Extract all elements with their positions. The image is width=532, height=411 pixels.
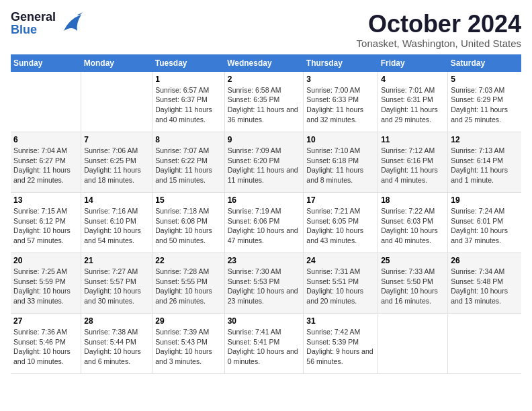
day-cell: 8Sunrise: 7:07 AM Sunset: 6:22 PM Daylig… [152, 132, 224, 193]
day-info: Sunrise: 7:07 AM Sunset: 6:22 PM Dayligh… [155, 146, 221, 185]
header-row: SundayMondayTuesdayWednesdayThursdayFrid… [11, 54, 521, 72]
day-cell: 19Sunrise: 7:24 AM Sunset: 6:01 PM Dayli… [448, 193, 521, 253]
day-cell: 1Sunrise: 6:57 AM Sunset: 6:37 PM Daylig… [152, 72, 224, 132]
day-cell [81, 72, 152, 132]
day-number: 30 [228, 316, 301, 326]
week-row-1: 1Sunrise: 6:57 AM Sunset: 6:37 PM Daylig… [11, 72, 521, 132]
day-cell: 31Sunrise: 7:42 AM Sunset: 5:39 PM Dayli… [304, 314, 378, 374]
day-number: 22 [155, 256, 221, 265]
day-cell: 10Sunrise: 7:10 AM Sunset: 6:18 PM Dayli… [304, 132, 378, 193]
day-info: Sunrise: 7:31 AM Sunset: 5:51 PM Dayligh… [306, 267, 375, 306]
day-number: 4 [381, 75, 445, 84]
day-cell: 7Sunrise: 7:06 AM Sunset: 6:25 PM Daylig… [81, 132, 152, 193]
day-info: Sunrise: 7:00 AM Sunset: 6:33 PM Dayligh… [306, 85, 375, 125]
col-header-sunday: Sunday [11, 54, 81, 72]
day-info: Sunrise: 7:34 AM Sunset: 5:48 PM Dayligh… [451, 267, 519, 306]
day-info: Sunrise: 7:13 AM Sunset: 6:14 PM Dayligh… [451, 146, 519, 185]
day-number: 20 [13, 256, 78, 265]
day-cell: 2Sunrise: 6:58 AM Sunset: 6:35 PM Daylig… [224, 72, 304, 132]
day-number: 25 [381, 256, 445, 265]
col-header-tuesday: Tuesday [152, 54, 224, 72]
day-cell: 11Sunrise: 7:12 AM Sunset: 6:16 PM Dayli… [378, 132, 448, 193]
day-info: Sunrise: 7:09 AM Sunset: 6:20 PM Dayligh… [228, 146, 301, 185]
day-number: 6 [13, 135, 78, 144]
day-info: Sunrise: 7:16 AM Sunset: 6:10 PM Dayligh… [84, 206, 149, 246]
day-info: Sunrise: 6:57 AM Sunset: 6:37 PM Dayligh… [155, 85, 221, 125]
day-info: Sunrise: 7:25 AM Sunset: 5:59 PM Dayligh… [13, 267, 78, 306]
calendar-body: 1Sunrise: 6:57 AM Sunset: 6:37 PM Daylig… [11, 72, 521, 374]
day-info: Sunrise: 7:10 AM Sunset: 6:18 PM Dayligh… [306, 146, 375, 185]
day-cell: 17Sunrise: 7:21 AM Sunset: 6:05 PM Dayli… [304, 193, 378, 253]
day-number: 21 [84, 256, 149, 265]
day-info: Sunrise: 7:28 AM Sunset: 5:55 PM Dayligh… [155, 267, 221, 306]
day-cell: 9Sunrise: 7:09 AM Sunset: 6:20 PM Daylig… [224, 132, 304, 193]
day-info: Sunrise: 7:21 AM Sunset: 6:05 PM Dayligh… [306, 206, 375, 246]
day-cell [11, 72, 81, 132]
day-number: 1 [155, 75, 221, 84]
day-number: 24 [306, 256, 375, 265]
day-cell: 13Sunrise: 7:15 AM Sunset: 6:12 PM Dayli… [11, 193, 81, 253]
day-cell: 26Sunrise: 7:34 AM Sunset: 5:48 PM Dayli… [448, 253, 521, 314]
day-info: Sunrise: 7:39 AM Sunset: 5:43 PM Dayligh… [155, 327, 221, 367]
day-cell: 4Sunrise: 7:01 AM Sunset: 6:31 PM Daylig… [378, 72, 448, 132]
day-number: 27 [13, 316, 78, 326]
col-header-thursday: Thursday [304, 54, 378, 72]
day-number: 26 [451, 256, 519, 265]
month-title: October 2024 [357, 11, 521, 38]
day-cell: 23Sunrise: 7:30 AM Sunset: 5:53 PM Dayli… [224, 253, 304, 314]
day-number: 14 [84, 195, 149, 205]
logo: General Blue [11, 11, 83, 36]
day-number: 23 [228, 256, 301, 265]
day-number: 31 [306, 316, 375, 326]
day-cell: 20Sunrise: 7:25 AM Sunset: 5:59 PM Dayli… [11, 253, 81, 314]
week-row-3: 13Sunrise: 7:15 AM Sunset: 6:12 PM Dayli… [11, 193, 521, 253]
day-cell: 6Sunrise: 7:04 AM Sunset: 6:27 PM Daylig… [11, 132, 81, 193]
week-row-5: 27Sunrise: 7:36 AM Sunset: 5:46 PM Dayli… [11, 314, 521, 374]
day-info: Sunrise: 7:18 AM Sunset: 6:08 PM Dayligh… [155, 206, 221, 246]
col-header-monday: Monday [81, 54, 152, 72]
day-cell: 18Sunrise: 7:22 AM Sunset: 6:03 PM Dayli… [378, 193, 448, 253]
day-number: 29 [155, 316, 221, 326]
location-text: Tonasket, Washington, United States [357, 38, 521, 49]
day-cell: 5Sunrise: 7:03 AM Sunset: 6:29 PM Daylig… [448, 72, 521, 132]
title-block: October 2024 Tonasket, Washington, Unite… [357, 11, 521, 49]
day-cell: 25Sunrise: 7:33 AM Sunset: 5:50 PM Dayli… [378, 253, 448, 314]
day-cell: 28Sunrise: 7:38 AM Sunset: 5:44 PM Dayli… [81, 314, 152, 374]
day-number: 12 [451, 135, 519, 144]
day-info: Sunrise: 7:36 AM Sunset: 5:46 PM Dayligh… [13, 327, 78, 367]
day-cell: 30Sunrise: 7:41 AM Sunset: 5:41 PM Dayli… [224, 314, 304, 374]
day-number: 13 [13, 195, 78, 205]
day-number: 10 [306, 135, 375, 144]
day-number: 7 [84, 135, 149, 144]
day-info: Sunrise: 7:30 AM Sunset: 5:53 PM Dayligh… [228, 267, 301, 306]
col-header-saturday: Saturday [448, 54, 521, 72]
day-number: 11 [381, 135, 445, 144]
day-info: Sunrise: 7:04 AM Sunset: 6:27 PM Dayligh… [13, 146, 78, 185]
calendar-table: SundayMondayTuesdayWednesdayThursdayFrid… [11, 54, 521, 375]
day-cell: 12Sunrise: 7:13 AM Sunset: 6:14 PM Dayli… [448, 132, 521, 193]
day-info: Sunrise: 7:24 AM Sunset: 6:01 PM Dayligh… [451, 206, 519, 246]
day-info: Sunrise: 7:27 AM Sunset: 5:57 PM Dayligh… [84, 267, 149, 306]
day-info: Sunrise: 7:06 AM Sunset: 6:25 PM Dayligh… [84, 146, 149, 185]
day-number: 9 [228, 135, 301, 144]
day-number: 3 [306, 75, 375, 84]
week-row-2: 6Sunrise: 7:04 AM Sunset: 6:27 PM Daylig… [11, 132, 521, 193]
day-cell: 15Sunrise: 7:18 AM Sunset: 6:08 PM Dayli… [152, 193, 224, 253]
day-cell: 22Sunrise: 7:28 AM Sunset: 5:55 PM Dayli… [152, 253, 224, 314]
logo-blue-text: Blue [11, 23, 37, 36]
logo-general-text: General [11, 10, 56, 24]
day-number: 19 [451, 195, 519, 205]
day-number: 5 [451, 75, 519, 84]
day-info: Sunrise: 7:33 AM Sunset: 5:50 PM Dayligh… [381, 267, 445, 306]
day-info: Sunrise: 7:42 AM Sunset: 5:39 PM Dayligh… [306, 327, 375, 367]
day-cell: 24Sunrise: 7:31 AM Sunset: 5:51 PM Dayli… [304, 253, 378, 314]
day-info: Sunrise: 6:58 AM Sunset: 6:35 PM Dayligh… [228, 85, 301, 125]
day-info: Sunrise: 7:41 AM Sunset: 5:41 PM Dayligh… [228, 327, 301, 367]
day-number: 15 [155, 195, 221, 205]
col-header-friday: Friday [378, 54, 448, 72]
day-cell [448, 314, 521, 374]
day-cell: 27Sunrise: 7:36 AM Sunset: 5:46 PM Dayli… [11, 314, 81, 374]
day-cell [378, 314, 448, 374]
day-info: Sunrise: 7:19 AM Sunset: 6:06 PM Dayligh… [228, 206, 301, 246]
day-number: 2 [228, 75, 301, 84]
